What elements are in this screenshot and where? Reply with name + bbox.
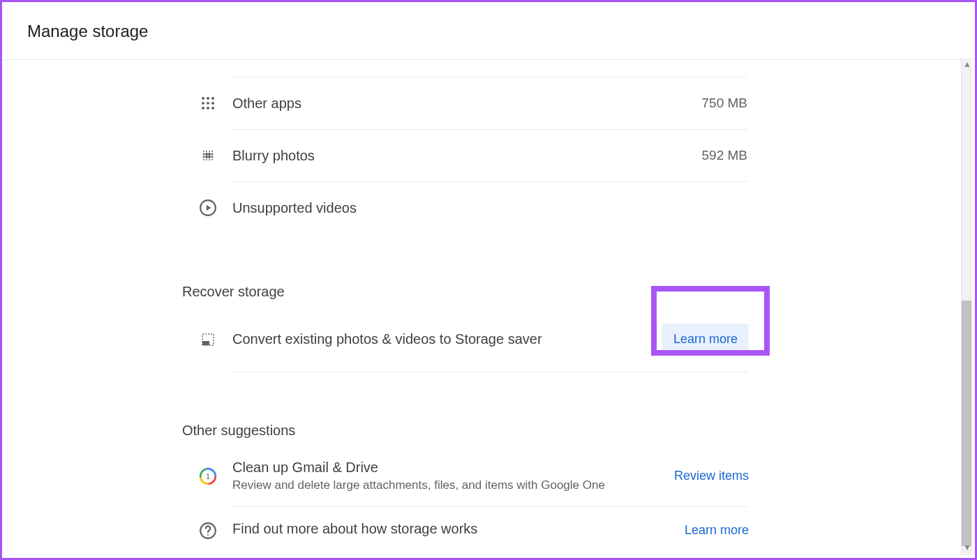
svg-point-10 [206,151,207,152]
svg-point-20 [211,156,214,158]
svg-point-3 [202,102,204,105]
play-icon [199,199,217,217]
storage-item-label: Unsupported videos [232,200,747,216]
learn-more-link[interactable]: Learn more [685,523,749,538]
svg-point-28 [204,342,206,344]
svg-point-24 [211,159,213,160]
svg-point-9 [203,151,204,152]
svg-point-23 [209,159,210,160]
svg-point-18 [205,156,208,158]
learn-more-button[interactable]: Learn more [662,324,749,355]
svg-point-11 [209,151,210,152]
svg-point-12 [211,151,213,152]
recover-item-convert: Convert existing photos & videos to Stor… [232,307,749,372]
svg-point-21 [203,159,204,160]
storage-item-label: Blurry photos [232,148,702,164]
svg-point-5 [211,102,214,105]
svg-point-19 [208,156,211,158]
scroll-up-arrow[interactable]: ▲ [962,61,972,70]
svg-point-16 [211,153,214,156]
page-title: Manage storage [27,22,975,41]
scrollbar-thumb[interactable] [962,301,971,546]
storage-item-blurry-photos[interactable]: Blurry photos 592 MB [232,130,747,182]
svg-point-8 [211,107,214,109]
storage-saver-icon [199,331,217,349]
svg-point-14 [205,153,208,156]
svg-point-17 [203,156,205,158]
svg-point-15 [208,153,211,156]
svg-point-0 [202,97,204,100]
suggestion-text: Clean up Gmail & Drive Review and delete… [232,460,674,492]
suggestion-title: Find out more about how storage works [232,521,685,537]
page-header: Manage storage [2,2,975,60]
svg-point-35 [207,533,209,535]
storage-item-value: 592 MB [702,148,747,163]
svg-point-1 [207,97,209,100]
google-one-icon: 1 [199,467,217,485]
scrollbar[interactable] [961,58,972,555]
scroll-down-arrow[interactable]: ▼ [962,544,972,554]
storage-list: Other apps 750 MB Blurry photos 592 MB [182,77,747,234]
svg-point-13 [203,153,205,156]
suggestion-description: Review and delete large attachments, fil… [232,478,674,492]
main-content: Other apps 750 MB Blurry photos 592 MB [2,60,975,560]
suggestion-title: Clean up Gmail & Drive [232,460,674,476]
svg-text:1: 1 [206,472,210,480]
svg-point-7 [207,107,209,109]
apps-icon [199,94,217,112]
storage-item-label: Other apps [232,96,702,112]
svg-point-2 [211,97,214,100]
svg-point-22 [206,159,207,160]
storage-item-value: 750 MB [702,96,747,111]
other-suggestions-heading: Other suggestions [182,423,975,439]
storage-item-unsupported-videos[interactable]: Unsupported videos [232,182,747,234]
suggestion-item-storage-info: Find out more about how storage works Le… [232,507,749,554]
suggestion-text: Find out more about how storage works [232,521,685,540]
svg-point-6 [202,107,204,109]
suggestion-item-cleanup: 1 Clean up Gmail & Drive Review and dele… [232,446,749,507]
blur-icon [199,146,217,165]
recover-item-label: Convert existing photos & videos to Stor… [232,331,662,347]
svg-point-4 [207,102,209,105]
review-items-link[interactable]: Review items [674,469,749,483]
recover-storage-heading: Recover storage [182,284,975,300]
help-icon [199,522,217,540]
storage-item-other-apps[interactable]: Other apps 750 MB [232,77,747,130]
